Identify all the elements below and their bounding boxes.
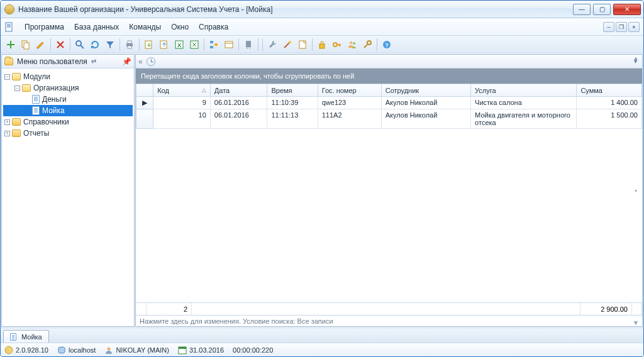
mdi-restore-button[interactable]: ❐ [616,22,627,32]
wand-button[interactable] [280,38,294,52]
app-menu-icon[interactable] [4,22,14,32]
search-button[interactable] [73,38,87,52]
sidebar: Меню пользователя ⇄ 📌 −Модули −Организац… [1,54,135,327]
scroll-up-icon[interactable]: ▲ [633,55,639,62]
excel-export-button[interactable]: X [172,38,186,52]
app-icon [4,4,14,14]
svg-rect-41 [179,347,186,349]
scroll-down-icon[interactable]: ▼ [633,319,639,326]
toolbar: X ? [1,36,643,53]
funnel-icon [105,40,115,50]
col-plate[interactable]: Гос. номер [318,84,381,97]
window-close-button[interactable]: ✕ [613,4,641,15]
col-service[interactable]: Услуга [471,84,577,97]
key2-icon [362,40,372,50]
content-toolbar: « ▾ [136,55,642,69]
tree-item-modules[interactable]: −Модули [3,71,133,82]
group-by-bar[interactable]: Перетащите сюда заголовок колонки, чтобы… [136,69,642,84]
export-button[interactable] [142,38,156,52]
svg-rect-9 [128,41,131,43]
row-indicator-header[interactable] [136,84,153,97]
svg-point-33 [367,41,371,45]
col-date[interactable]: Дата [210,84,267,97]
wrench-icon [267,40,277,50]
lock-button[interactable] [315,38,329,52]
status-date: 31.03.2016 [178,346,224,354]
svg-line-34 [364,45,367,48]
collapse-panel-button[interactable]: « [138,57,143,66]
svg-point-6 [76,41,81,46]
edit-button[interactable] [34,38,48,52]
menu-window[interactable]: Окно [166,20,194,34]
menu-help[interactable]: Справка [194,20,233,34]
add-button[interactable] [4,38,18,52]
tree-icon [209,40,219,50]
clock-icon[interactable] [147,57,155,66]
filter-button[interactable] [103,38,117,52]
svg-rect-27 [319,44,325,48]
import-icon [159,40,169,50]
scroll-dot-icon[interactable]: • [635,187,637,194]
col-time[interactable]: Время [267,84,318,97]
db-icon [57,346,66,354]
col-code[interactable]: Код△ [153,84,211,97]
tab-wash[interactable]: Мойка [3,330,49,343]
plugin-button[interactable] [242,38,255,52]
window-minimize-button[interactable]: — [573,4,591,15]
grid-footer: 2 2 900.00 [136,302,642,315]
data-grid[interactable]: Код△ Дата Время Гос. номер Сотрудник Усл… [136,84,642,302]
table-row[interactable]: 10 06.01.2016 11:11:13 111A2 Акулов Нико… [136,109,642,129]
status-version: 2.0.928.10 [4,346,48,354]
tree-item-refs[interactable]: +Справочники [3,116,133,128]
table-row[interactable]: ▶ 9 06.01.2016 11:10:39 qwe123 Акулов Ни… [136,97,642,109]
tree-item-money[interactable]: Деньги [3,94,133,105]
footer-count: 2 [147,303,192,315]
export-icon [144,40,154,50]
window-title: Название Вашей организации - Универсальн… [18,5,573,14]
tree-visual-button[interactable] [207,38,221,52]
pencil-icon [36,40,46,50]
excel-icon: X [174,40,184,50]
card-button[interactable] [222,38,236,52]
key-button[interactable] [330,38,344,52]
sidebar-pin-icon[interactable]: 📌 [122,57,131,66]
key2-button[interactable] [360,38,374,52]
sort-asc-icon: △ [202,87,206,93]
tree-item-wash[interactable]: Мойка [3,105,133,116]
tree-item-organization[interactable]: −Организация [3,82,133,94]
calendar-icon [178,346,187,354]
status-host: localhost [57,346,96,354]
note-button[interactable] [296,38,309,52]
sidebar-nav-icon[interactable]: ⇄ [91,58,96,65]
refresh-button[interactable] [88,38,102,52]
mdi-minimize-button[interactable]: – [603,22,614,32]
page-icon [10,333,16,341]
import-button[interactable] [157,38,171,52]
delete-button[interactable] [53,38,67,52]
user-icon [104,346,113,354]
svg-line-24 [284,43,289,48]
menu-program[interactable]: Программа [19,20,69,34]
tree-item-reports[interactable]: +Отчеты [3,128,133,139]
content-pane: « ▾ Перетащите сюда заголовок колонки, ч… [135,54,643,327]
help-button[interactable]: ? [380,38,394,52]
menu-commands[interactable]: Команды [124,20,166,34]
sidebar-header: Меню пользователя ⇄ 📌 [2,55,134,69]
window-maximize-button[interactable]: ▢ [593,4,611,15]
tools-button[interactable] [265,38,279,52]
menu-database[interactable]: База данных [69,20,124,34]
scroll-hint: ▲ • ▼ [631,55,641,326]
print-button[interactable] [123,38,136,52]
col-employee[interactable]: Сотрудник [381,84,470,97]
mdi-close-button[interactable]: × [628,22,640,32]
users-button[interactable] [345,38,359,52]
grid-status-bar[interactable]: Нажмите здесь для изменения. Условие пои… [136,315,642,326]
row-indicator [136,109,153,129]
copy-button[interactable] [19,38,33,52]
svg-rect-19 [225,41,233,48]
svg-text:?: ? [385,42,389,48]
svg-point-31 [350,41,352,44]
help-icon: ? [382,40,392,50]
excel-import-button[interactable] [187,38,201,52]
status-timer: 00:00:00:220 [233,346,273,354]
